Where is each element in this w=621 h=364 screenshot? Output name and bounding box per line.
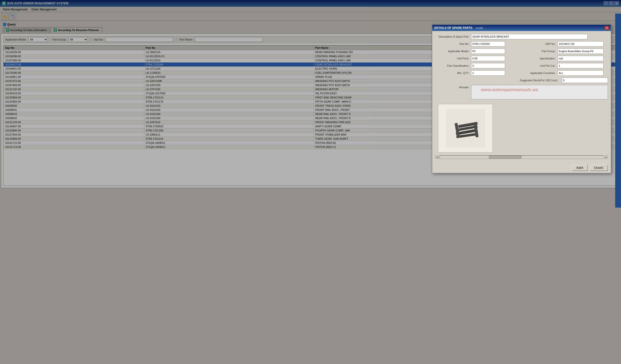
description-row: Description of Spare Part: bbox=[435, 34, 608, 39]
applicable-model-dialog-label: Applicable Model: bbox=[435, 50, 469, 53]
part-group-dialog-row: Part Group: bbox=[521, 49, 608, 54]
scroll-thumb bbox=[489, 156, 521, 159]
part-classification-label: Part Classification: bbox=[435, 64, 469, 67]
unit-per-car-row: Unit Per Car: bbox=[521, 63, 608, 68]
part-classification-row: Part Classification: bbox=[435, 63, 521, 68]
remark-textarea[interactable] bbox=[471, 85, 608, 99]
remark-container: www.autorepairmanuals.ws bbox=[471, 85, 608, 100]
scroll-track[interactable] bbox=[440, 155, 604, 159]
details-dialog: DETAILS OF SPARE PARTS modal ✕ Descripti… bbox=[432, 24, 611, 173]
suggested-stock-input[interactable] bbox=[562, 78, 608, 83]
image-section bbox=[435, 102, 608, 154]
specification-input[interactable] bbox=[557, 56, 604, 61]
dialog-close-icon[interactable]: ✕ bbox=[604, 26, 609, 30]
part-no-label: Part No: bbox=[435, 42, 469, 45]
dialog-title: DETAILS OF SPARE PARTS bbox=[434, 26, 472, 30]
unit-price-row: Unit Price: bbox=[435, 56, 521, 61]
dialog-subtitle: modal bbox=[476, 27, 483, 29]
dialog-buttons: AddA CloseC bbox=[432, 163, 611, 173]
description-label: Description of Spare Part: bbox=[435, 35, 469, 38]
unit-per-car-label: Unit Per Car: bbox=[521, 64, 555, 67]
sap-no-dialog-label: SAP No: bbox=[521, 42, 555, 45]
scroll-left-btn[interactable]: ◄ bbox=[435, 155, 439, 159]
part-group-dialog-label: Part Group: bbox=[521, 50, 555, 53]
form-col-right: SAP No: Part Group: Specification: bbox=[521, 41, 608, 78]
scroll-right-btn[interactable]: ► bbox=[604, 155, 608, 159]
suggested-stock-row: Suggested Stock(For 100 Cars): bbox=[435, 78, 608, 83]
part-group-input[interactable] bbox=[557, 49, 604, 54]
part-no-input[interactable] bbox=[471, 41, 505, 47]
remark-label: Remark: bbox=[435, 85, 469, 89]
dialog-title-text: DETAILS OF SPARE PARTS modal bbox=[434, 26, 604, 30]
form-two-col: Part No: Applicable Model: Unit Price: bbox=[435, 41, 608, 78]
applicable-model-row: Applicable Model: bbox=[435, 49, 521, 54]
close-dialog-button[interactable]: CloseC bbox=[590, 165, 608, 171]
unit-price-label: Unit Price: bbox=[435, 57, 469, 60]
add-button[interactable]: AddA bbox=[572, 165, 587, 171]
suggested-stock-label: Suggested Stock(For 100 Cars): bbox=[509, 79, 558, 82]
unit-price-input[interactable] bbox=[471, 56, 505, 61]
applicable-countries-input[interactable] bbox=[557, 70, 604, 76]
part-classification-input[interactable] bbox=[471, 63, 505, 68]
description-input[interactable] bbox=[471, 34, 587, 39]
part-image bbox=[438, 104, 493, 152]
specification-row: Specification: bbox=[521, 56, 608, 61]
modal-overlay: DETAILS OF SPARE PARTS modal ✕ Descripti… bbox=[0, 0, 621, 364]
part-no-row: Part No: bbox=[435, 41, 521, 47]
dialog-titlebar: DETAILS OF SPARE PARTS modal ✕ bbox=[432, 25, 611, 31]
applicable-model-input[interactable] bbox=[471, 49, 505, 54]
specification-label: Specification: bbox=[521, 57, 555, 60]
unit-per-car-input[interactable] bbox=[557, 63, 604, 68]
applicable-countries-label: Applicable Countries: bbox=[521, 71, 555, 74]
min-qty-label: Min. QTY: bbox=[435, 71, 469, 74]
scrollbar-row: ◄ ► bbox=[435, 155, 608, 159]
app-window: B BYD AUTO ORDER MANAGEMENT SYSTEM ─ □ ✕… bbox=[0, 0, 621, 364]
sap-no-dialog-input[interactable] bbox=[557, 41, 604, 47]
min-qty-row: Min. QTY: bbox=[435, 70, 521, 76]
part-image-svg bbox=[446, 109, 485, 148]
form-col-left: Part No: Applicable Model: Unit Price: bbox=[435, 41, 521, 78]
remark-row: Remark: www.autorepairmanuals.ws bbox=[435, 85, 608, 100]
dialog-body: Description of Spare Part: Part No: Appl… bbox=[432, 31, 611, 163]
sap-no-dialog-row: SAP No: bbox=[521, 41, 608, 47]
applicable-countries-row: Applicable Countries: bbox=[521, 70, 608, 76]
min-qty-input[interactable] bbox=[471, 70, 505, 76]
